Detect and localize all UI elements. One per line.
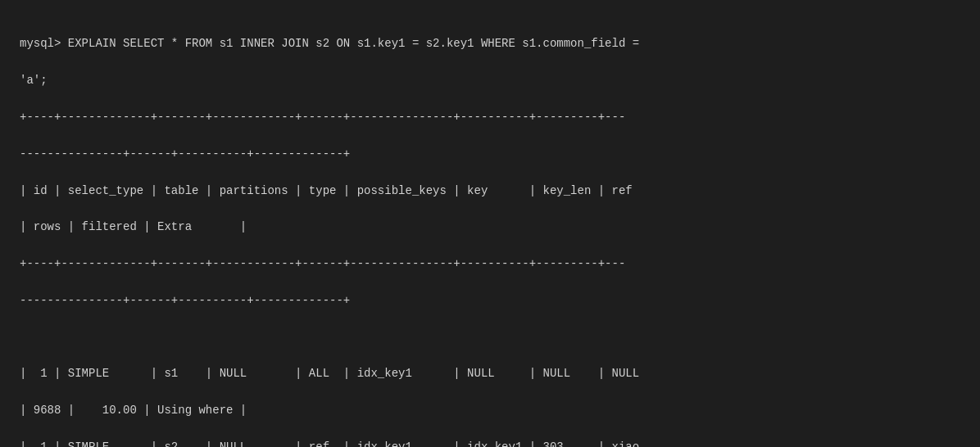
separator-top-1: +----+-------------+-------+------------… — [20, 108, 960, 126]
separator-mid-1: +----+-------------+-------+------------… — [20, 255, 960, 273]
data-row1-part1: | 1 | SIMPLE | s1 | NULL | ALL | idx_key… — [20, 364, 960, 382]
sql-line-2: 'a'; — [20, 71, 960, 89]
header-row-1: | id | select_type | table | partitions … — [20, 182, 960, 200]
separator-mid-2: ---------------+------+----------+------… — [20, 291, 960, 309]
empty-line-1 — [20, 328, 960, 346]
data-row1-part2: | 9688 | 10.00 | Using where | — [20, 401, 960, 419]
header-row-2: | rows | filtered | Extra | — [20, 218, 960, 236]
data-row2-part1: | 1 | SIMPLE | s2 | NULL | ref | idx_key… — [20, 438, 960, 447]
terminal-output: mysql> EXPLAIN SELECT * FROM s1 INNER JO… — [20, 16, 960, 447]
sql-line-1: mysql> EXPLAIN SELECT * FROM s1 INNER JO… — [20, 34, 960, 52]
separator-top-2: ---------------+------+----------+------… — [20, 145, 960, 163]
